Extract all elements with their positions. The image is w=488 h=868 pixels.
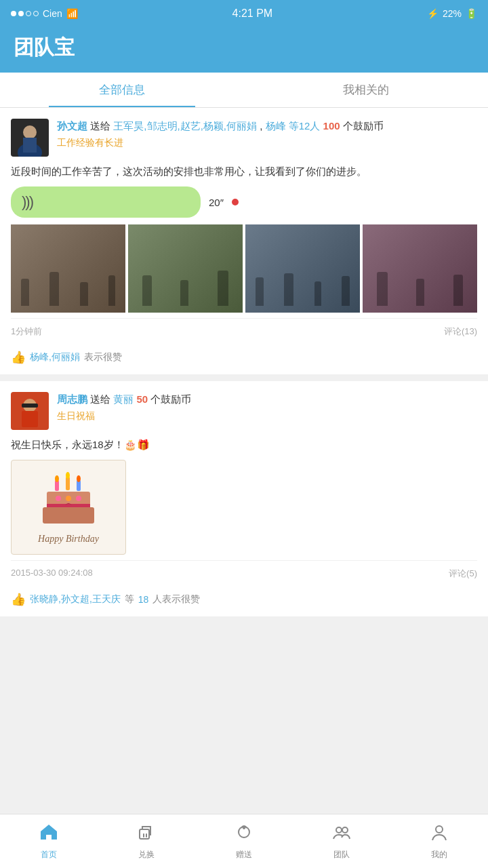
birthday-card: Happy Birthday: [11, 460, 477, 555]
svg-point-11: [55, 475, 59, 482]
nav-gift-label: 赠送: [236, 849, 252, 861]
comment-count-2[interactable]: 评论(5): [449, 568, 477, 580]
battery-icon: 🔋: [466, 8, 477, 19]
poster-name-2: 周志鹏: [57, 393, 87, 405]
photo-1[interactable]: [11, 224, 125, 313]
tab-all-info[interactable]: 全部信息: [0, 73, 244, 107]
coin-count-1: 100: [323, 120, 340, 132]
sil: [284, 273, 293, 306]
sil: [80, 282, 88, 306]
svg-point-12: [66, 472, 70, 479]
category-tag-1: 工作经验有长进: [57, 137, 477, 149]
recipients-2: 黄丽: [113, 393, 134, 405]
app-header: 团队宝: [0, 27, 488, 73]
status-right: ⚡ 22% 🔋: [427, 8, 477, 19]
post-footer-1: 1分钟前 评论(13): [11, 318, 477, 344]
svg-point-15: [56, 496, 61, 501]
poster-name-1: 孙文超: [57, 120, 87, 132]
like-count-2: 18: [138, 594, 149, 605]
nav-team-label: 团队: [333, 849, 350, 861]
svg-point-25: [436, 826, 443, 833]
audio-recording-dot: [232, 199, 239, 205]
birthday-card-image: Happy Birthday: [11, 460, 126, 555]
svg-rect-3: [23, 138, 37, 153]
nav-home-label: 首页: [41, 849, 57, 861]
battery-percent: 22%: [443, 8, 462, 19]
me-icon: [430, 823, 449, 846]
svg-point-22: [243, 827, 245, 829]
photo-silhouettes-2: [128, 224, 243, 313]
svg-point-24: [342, 827, 348, 833]
nav-me-label: 我的: [431, 849, 447, 861]
likes-row-2: 👍 张晓静,孙文超,王天庆 等 18 人表示很赞: [11, 587, 477, 616]
coin-count-2: 50: [137, 393, 148, 405]
svg-point-16: [66, 496, 71, 501]
post-meta-1: 孙文超 送给 王军昊,邹志明,赵艺,杨颖,何丽娟 , 杨峰 等12人 100 个…: [57, 119, 477, 149]
svg-rect-19: [43, 507, 94, 524]
sil: [453, 275, 463, 306]
avatar-1: [11, 119, 49, 157]
audio-player-1[interactable]: ))) 20″: [11, 186, 477, 218]
photo-2[interactable]: [128, 224, 243, 313]
photo-silhouettes-4: [363, 224, 477, 313]
post-header-1: 孙文超 送给 王军昊,邹志明,赵艺,杨颖,何丽娟 , 杨峰 等12人 100 个…: [11, 119, 477, 157]
like-thumb-2[interactable]: 👍: [11, 592, 26, 607]
nav-gift[interactable]: 赠送: [195, 814, 293, 868]
recipients-1: 王军昊,邹志明,赵艺,杨颖,何丽娟: [113, 120, 257, 132]
team-icon: [332, 823, 351, 846]
sil: [256, 277, 264, 306]
svg-rect-18: [47, 504, 90, 507]
post-time-1: 1分钟前: [11, 326, 42, 338]
post-card-2: 周志鹏 送给 黄丽 50 个鼓励币 生日祝福 祝生日快乐，永远18岁！🎂🎁: [0, 381, 488, 616]
happy-birthday-label: Happy Birthday: [38, 534, 99, 545]
like-names-2: 张晓静,孙文超,王天庆: [30, 593, 121, 606]
dot3: [26, 11, 31, 16]
home-icon: [39, 823, 58, 846]
photo-silhouettes-1: [11, 224, 125, 313]
bottom-spacer: [0, 623, 488, 677]
post-footer-2: 2015-03-30 09:24:08 评论(5): [11, 560, 477, 587]
photo-3[interactable]: [245, 224, 360, 313]
sil: [180, 280, 188, 306]
gift-icon: [235, 823, 253, 846]
app-title: 团队宝: [14, 36, 75, 58]
cake-svg: [35, 470, 102, 531]
audio-wave-icon: ))): [22, 193, 33, 211]
nav-home[interactable]: 首页: [0, 814, 98, 868]
avatar-2: [11, 392, 49, 430]
nav-team[interactable]: 团队: [293, 814, 390, 868]
like-names-1: 杨峰,何丽娟: [30, 351, 80, 363]
comment-count-1[interactable]: 评论(13): [444, 326, 477, 338]
post-body-1: 近段时间的工作辛苦了，这次活动的安排也非常用心，让我看到了你们的进步。: [11, 163, 477, 180]
post-card-1: 孙文超 送给 王军昊,邹志明,赵艺,杨颖,何丽娟 , 杨峰 等12人 100 个…: [0, 108, 488, 374]
nav-me[interactable]: 我的: [390, 814, 488, 868]
dot4: [33, 11, 39, 16]
post-title-2: 周志鹏 送给 黄丽 50 个鼓励币: [57, 392, 477, 408]
sil: [142, 275, 152, 306]
photo-silhouettes-3: [245, 224, 360, 313]
svg-point-17: [76, 496, 81, 501]
tab-my-related[interactable]: 我相关的: [244, 73, 488, 107]
sil: [218, 271, 228, 306]
wifi-icon: 📶: [66, 8, 78, 19]
feed: 孙文超 送给 王军昊,邹志明,赵艺,杨颖,何丽娟 , 杨峰 等12人 100 个…: [0, 108, 488, 616]
like-text-2: 人表示很赞: [152, 593, 200, 606]
dot2: [18, 11, 24, 16]
status-time: 4:21 PM: [232, 7, 273, 20]
svg-rect-6: [22, 411, 38, 427]
bottom-nav: 首页 兑换 赠送: [0, 814, 488, 868]
signal-dots: [11, 11, 39, 16]
nav-exchange[interactable]: 兑换: [98, 814, 195, 868]
audio-bar-1[interactable]: ))): [11, 186, 201, 218]
like-thumb-1[interactable]: 👍: [11, 350, 26, 365]
sil: [49, 272, 59, 306]
sil: [342, 276, 350, 306]
sil: [416, 279, 424, 306]
tabs-bar: 全部信息 我相关的: [0, 73, 488, 108]
photo-grid-1: [11, 224, 477, 313]
post-body-2: 祝生日快乐，永远18岁！🎂🎁: [11, 437, 477, 453]
sil: [314, 281, 321, 306]
post-meta-2: 周志鹏 送给 黄丽 50 个鼓励币 生日祝福: [57, 392, 477, 422]
status-bar: Cien 📶 4:21 PM ⚡ 22% 🔋: [0, 0, 488, 27]
photo-4[interactable]: [363, 224, 477, 313]
